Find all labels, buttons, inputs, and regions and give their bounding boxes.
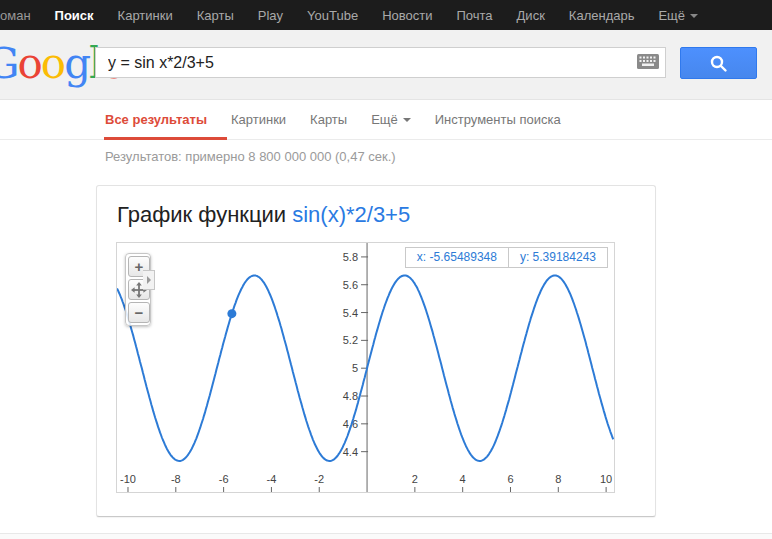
nav-item-maps[interactable]: Карты bbox=[185, 8, 246, 23]
y-axis-tick-label: 5.2 bbox=[343, 334, 358, 346]
tab-more-label: Ещё bbox=[371, 112, 398, 127]
coordinate-y-value: y: 5.39184243 bbox=[509, 247, 608, 268]
x-axis-tick-label: 2 bbox=[412, 473, 418, 485]
x-axis-tick-label: -2 bbox=[314, 473, 324, 485]
search-input[interactable] bbox=[95, 47, 666, 78]
tab-all-results[interactable]: Все результаты bbox=[105, 100, 219, 139]
coordinate-x-value: x: -5.65489348 bbox=[405, 247, 509, 268]
top-navigation-bar: оман Поиск Картинки Карты Play YouTube Н… bbox=[0, 0, 772, 30]
coordinate-readout: x: -5.65489348 y: 5.39184243 bbox=[405, 247, 608, 268]
chevron-down-icon bbox=[690, 14, 698, 18]
page-bottom-area bbox=[0, 534, 772, 539]
function-plot[interactable]: 4.44.64.855.25.45.65.8-10-8-6-4-2246810 … bbox=[116, 242, 615, 493]
data-point-marker bbox=[227, 309, 236, 318]
nav-item-images[interactable]: Картинки bbox=[106, 8, 185, 23]
x-axis-tick-label: -6 bbox=[219, 473, 229, 485]
chevron-right-icon bbox=[147, 276, 151, 284]
x-axis-tick-label: -8 bbox=[171, 473, 181, 485]
tab-maps[interactable]: Карты bbox=[298, 100, 359, 139]
card-title: График функции sin(x)*2/3+5 bbox=[117, 202, 410, 228]
plot-canvas: 4.44.64.855.25.45.65.8-10-8-6-4-2246810 bbox=[117, 243, 614, 492]
search-icon bbox=[709, 54, 728, 73]
y-axis-tick-label: 5.8 bbox=[343, 251, 358, 263]
nav-item-profile[interactable]: оман bbox=[0, 8, 43, 23]
nav-item-news[interactable]: Новости bbox=[370, 8, 444, 23]
x-axis-tick-label: -4 bbox=[267, 473, 277, 485]
nav-item-play[interactable]: Play bbox=[246, 8, 295, 23]
y-axis-tick-label: 4.8 bbox=[343, 390, 358, 402]
logo-letter: o bbox=[18, 39, 41, 88]
nav-item-more-label: Ещё bbox=[658, 8, 685, 23]
nav-item-calendar[interactable]: Календарь bbox=[557, 8, 647, 23]
tab-images[interactable]: Картинки bbox=[219, 100, 298, 139]
pan-expand-tab[interactable] bbox=[143, 270, 155, 290]
x-axis-tick-label: 8 bbox=[555, 473, 561, 485]
x-axis-tick-label: 10 bbox=[600, 473, 612, 485]
logo-letter: g bbox=[64, 39, 89, 88]
logo-letter: G bbox=[0, 39, 18, 88]
nav-item-search[interactable]: Поиск bbox=[43, 8, 106, 23]
logo-letter: o bbox=[41, 39, 64, 88]
nav-item-youtube[interactable]: YouTube bbox=[295, 8, 370, 23]
results-stats: Результатов: примерно 8 800 000 000 (0,4… bbox=[105, 149, 396, 164]
x-axis-tick-label: 4 bbox=[460, 473, 466, 485]
graph-result-card: График функции sin(x)*2/3+5 4.44.64.855.… bbox=[96, 185, 656, 517]
card-title-text: График функции bbox=[117, 202, 292, 227]
search-button[interactable] bbox=[680, 47, 757, 79]
nav-item-drive[interactable]: Диск bbox=[505, 8, 557, 23]
y-axis-tick-label: 5 bbox=[352, 362, 358, 374]
nav-item-mail[interactable]: Почта bbox=[444, 8, 504, 23]
keyboard-icon[interactable] bbox=[637, 54, 659, 69]
y-axis-tick-label: 5.6 bbox=[343, 279, 358, 291]
chevron-down-icon bbox=[403, 118, 411, 122]
nav-item-more[interactable]: Ещё bbox=[646, 8, 710, 23]
x-axis-tick-label: 6 bbox=[507, 473, 513, 485]
y-axis-tick-label: 5.4 bbox=[343, 307, 358, 319]
x-axis-tick-label: -10 bbox=[120, 473, 136, 485]
search-tabs: Все результаты Картинки Карты Ещё Инстру… bbox=[0, 100, 772, 140]
tab-more[interactable]: Ещё bbox=[359, 100, 423, 139]
tab-search-tools[interactable]: Инструменты поиска bbox=[423, 100, 573, 139]
zoom-out-button[interactable]: − bbox=[128, 302, 150, 323]
card-title-formula: sin(x)*2/3+5 bbox=[292, 202, 410, 227]
y-axis-tick-label: 4.4 bbox=[343, 446, 358, 458]
